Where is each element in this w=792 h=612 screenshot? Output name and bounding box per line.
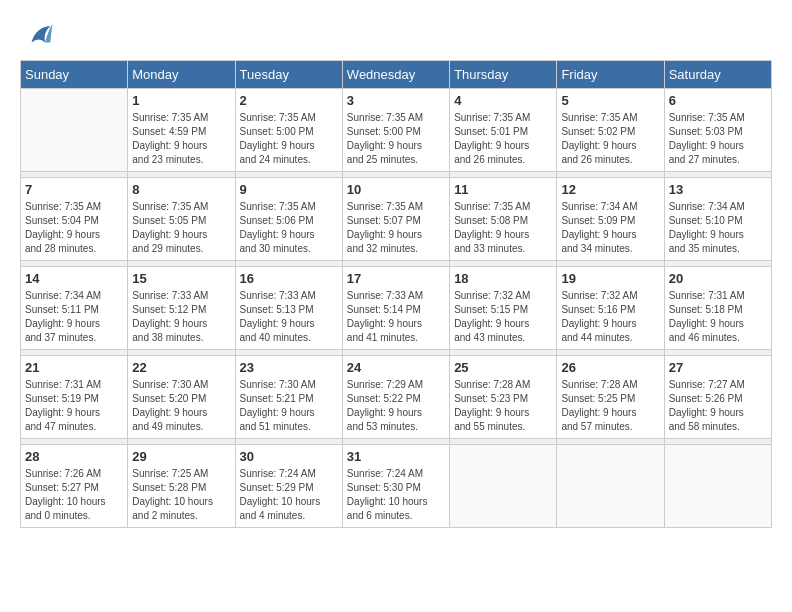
col-header-tuesday: Tuesday: [235, 61, 342, 89]
col-header-saturday: Saturday: [664, 61, 771, 89]
day-info: Sunrise: 7:25 AM Sunset: 5:28 PM Dayligh…: [132, 467, 230, 523]
day-number: 9: [240, 182, 338, 197]
day-number: 14: [25, 271, 123, 286]
day-info: Sunrise: 7:28 AM Sunset: 5:25 PM Dayligh…: [561, 378, 659, 434]
day-number: 25: [454, 360, 552, 375]
day-info: Sunrise: 7:28 AM Sunset: 5:23 PM Dayligh…: [454, 378, 552, 434]
day-info: Sunrise: 7:32 AM Sunset: 5:15 PM Dayligh…: [454, 289, 552, 345]
calendar-week-row: 28Sunrise: 7:26 AM Sunset: 5:27 PM Dayli…: [21, 445, 772, 528]
calendar-cell: 31Sunrise: 7:24 AM Sunset: 5:30 PM Dayli…: [342, 445, 449, 528]
calendar-cell: 24Sunrise: 7:29 AM Sunset: 5:22 PM Dayli…: [342, 356, 449, 439]
day-info: Sunrise: 7:35 AM Sunset: 5:06 PM Dayligh…: [240, 200, 338, 256]
col-header-sunday: Sunday: [21, 61, 128, 89]
day-info: Sunrise: 7:35 AM Sunset: 5:00 PM Dayligh…: [347, 111, 445, 167]
day-info: Sunrise: 7:33 AM Sunset: 5:12 PM Dayligh…: [132, 289, 230, 345]
calendar-cell: 28Sunrise: 7:26 AM Sunset: 5:27 PM Dayli…: [21, 445, 128, 528]
calendar-cell: 8Sunrise: 7:35 AM Sunset: 5:05 PM Daylig…: [128, 178, 235, 261]
day-info: Sunrise: 7:35 AM Sunset: 4:59 PM Dayligh…: [132, 111, 230, 167]
calendar-header-row: SundayMondayTuesdayWednesdayThursdayFrid…: [21, 61, 772, 89]
logo-bird-icon: [24, 20, 54, 50]
calendar-week-row: 21Sunrise: 7:31 AM Sunset: 5:19 PM Dayli…: [21, 356, 772, 439]
day-number: 18: [454, 271, 552, 286]
calendar-cell: 7Sunrise: 7:35 AM Sunset: 5:04 PM Daylig…: [21, 178, 128, 261]
calendar-cell: 10Sunrise: 7:35 AM Sunset: 5:07 PM Dayli…: [342, 178, 449, 261]
calendar-cell: 14Sunrise: 7:34 AM Sunset: 5:11 PM Dayli…: [21, 267, 128, 350]
day-number: 19: [561, 271, 659, 286]
day-number: 28: [25, 449, 123, 464]
day-number: 24: [347, 360, 445, 375]
calendar-cell: 5Sunrise: 7:35 AM Sunset: 5:02 PM Daylig…: [557, 89, 664, 172]
day-number: 4: [454, 93, 552, 108]
day-info: Sunrise: 7:27 AM Sunset: 5:26 PM Dayligh…: [669, 378, 767, 434]
calendar-cell: 23Sunrise: 7:30 AM Sunset: 5:21 PM Dayli…: [235, 356, 342, 439]
day-number: 5: [561, 93, 659, 108]
day-number: 30: [240, 449, 338, 464]
day-number: 20: [669, 271, 767, 286]
calendar-cell: 2Sunrise: 7:35 AM Sunset: 5:00 PM Daylig…: [235, 89, 342, 172]
day-info: Sunrise: 7:35 AM Sunset: 5:08 PM Dayligh…: [454, 200, 552, 256]
day-info: Sunrise: 7:32 AM Sunset: 5:16 PM Dayligh…: [561, 289, 659, 345]
day-info: Sunrise: 7:26 AM Sunset: 5:27 PM Dayligh…: [25, 467, 123, 523]
calendar-cell: 18Sunrise: 7:32 AM Sunset: 5:15 PM Dayli…: [450, 267, 557, 350]
calendar-cell: 9Sunrise: 7:35 AM Sunset: 5:06 PM Daylig…: [235, 178, 342, 261]
day-number: 16: [240, 271, 338, 286]
day-number: 21: [25, 360, 123, 375]
day-info: Sunrise: 7:35 AM Sunset: 5:01 PM Dayligh…: [454, 111, 552, 167]
day-info: Sunrise: 7:30 AM Sunset: 5:21 PM Dayligh…: [240, 378, 338, 434]
day-number: 6: [669, 93, 767, 108]
calendar-cell: 30Sunrise: 7:24 AM Sunset: 5:29 PM Dayli…: [235, 445, 342, 528]
calendar-cell: 29Sunrise: 7:25 AM Sunset: 5:28 PM Dayli…: [128, 445, 235, 528]
day-number: 31: [347, 449, 445, 464]
day-number: 27: [669, 360, 767, 375]
calendar-cell: 12Sunrise: 7:34 AM Sunset: 5:09 PM Dayli…: [557, 178, 664, 261]
calendar-cell: 27Sunrise: 7:27 AM Sunset: 5:26 PM Dayli…: [664, 356, 771, 439]
day-info: Sunrise: 7:33 AM Sunset: 5:14 PM Dayligh…: [347, 289, 445, 345]
day-info: Sunrise: 7:34 AM Sunset: 5:11 PM Dayligh…: [25, 289, 123, 345]
day-number: 11: [454, 182, 552, 197]
calendar-cell: 11Sunrise: 7:35 AM Sunset: 5:08 PM Dayli…: [450, 178, 557, 261]
col-header-friday: Friday: [557, 61, 664, 89]
page-header: [20, 20, 772, 50]
day-info: Sunrise: 7:35 AM Sunset: 5:05 PM Dayligh…: [132, 200, 230, 256]
day-info: Sunrise: 7:24 AM Sunset: 5:30 PM Dayligh…: [347, 467, 445, 523]
col-header-thursday: Thursday: [450, 61, 557, 89]
calendar-cell: 19Sunrise: 7:32 AM Sunset: 5:16 PM Dayli…: [557, 267, 664, 350]
day-info: Sunrise: 7:35 AM Sunset: 5:03 PM Dayligh…: [669, 111, 767, 167]
calendar-cell: 17Sunrise: 7:33 AM Sunset: 5:14 PM Dayli…: [342, 267, 449, 350]
day-info: Sunrise: 7:35 AM Sunset: 5:02 PM Dayligh…: [561, 111, 659, 167]
calendar-table: SundayMondayTuesdayWednesdayThursdayFrid…: [20, 60, 772, 528]
day-number: 22: [132, 360, 230, 375]
day-number: 17: [347, 271, 445, 286]
day-info: Sunrise: 7:31 AM Sunset: 5:18 PM Dayligh…: [669, 289, 767, 345]
calendar-cell: 13Sunrise: 7:34 AM Sunset: 5:10 PM Dayli…: [664, 178, 771, 261]
day-number: 7: [25, 182, 123, 197]
day-info: Sunrise: 7:30 AM Sunset: 5:20 PM Dayligh…: [132, 378, 230, 434]
calendar-cell: 25Sunrise: 7:28 AM Sunset: 5:23 PM Dayli…: [450, 356, 557, 439]
day-number: 8: [132, 182, 230, 197]
calendar-cell: 21Sunrise: 7:31 AM Sunset: 5:19 PM Dayli…: [21, 356, 128, 439]
calendar-cell: 4Sunrise: 7:35 AM Sunset: 5:01 PM Daylig…: [450, 89, 557, 172]
calendar-week-row: 7Sunrise: 7:35 AM Sunset: 5:04 PM Daylig…: [21, 178, 772, 261]
day-number: 29: [132, 449, 230, 464]
day-number: 26: [561, 360, 659, 375]
day-info: Sunrise: 7:34 AM Sunset: 5:10 PM Dayligh…: [669, 200, 767, 256]
day-number: 3: [347, 93, 445, 108]
day-info: Sunrise: 7:33 AM Sunset: 5:13 PM Dayligh…: [240, 289, 338, 345]
calendar-cell: [450, 445, 557, 528]
logo: [20, 20, 54, 50]
day-number: 13: [669, 182, 767, 197]
day-number: 10: [347, 182, 445, 197]
calendar-cell: [21, 89, 128, 172]
day-info: Sunrise: 7:31 AM Sunset: 5:19 PM Dayligh…: [25, 378, 123, 434]
day-info: Sunrise: 7:35 AM Sunset: 5:07 PM Dayligh…: [347, 200, 445, 256]
day-number: 1: [132, 93, 230, 108]
col-header-monday: Monday: [128, 61, 235, 89]
calendar-cell: 16Sunrise: 7:33 AM Sunset: 5:13 PM Dayli…: [235, 267, 342, 350]
calendar-cell: 26Sunrise: 7:28 AM Sunset: 5:25 PM Dayli…: [557, 356, 664, 439]
calendar-cell: 3Sunrise: 7:35 AM Sunset: 5:00 PM Daylig…: [342, 89, 449, 172]
calendar-cell: 1Sunrise: 7:35 AM Sunset: 4:59 PM Daylig…: [128, 89, 235, 172]
day-info: Sunrise: 7:35 AM Sunset: 5:04 PM Dayligh…: [25, 200, 123, 256]
calendar-cell: 15Sunrise: 7:33 AM Sunset: 5:12 PM Dayli…: [128, 267, 235, 350]
day-info: Sunrise: 7:35 AM Sunset: 5:00 PM Dayligh…: [240, 111, 338, 167]
day-info: Sunrise: 7:34 AM Sunset: 5:09 PM Dayligh…: [561, 200, 659, 256]
